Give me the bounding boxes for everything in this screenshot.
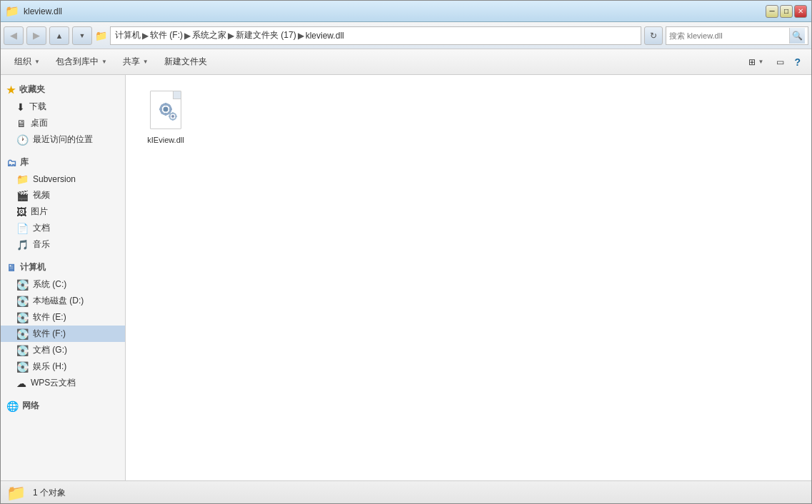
svg-rect-14 [169, 116, 171, 117]
breadcrumb-bar[interactable]: 计算机 ▶ 软件 (F:) ▶ 系统之家 ▶ 新建文件夹 (17) ▶ klev… [110, 26, 641, 45]
include-in-library-label: 包含到库中 [56, 56, 99, 68]
toolbar: 组织 ▼ 包含到库中 ▼ 共享 ▼ 新建文件夹 ⊞ ▼ ▭ ? [1, 49, 811, 75]
breadcrumb-part-2: 软件 (F:) [150, 29, 183, 41]
svg-rect-2 [165, 103, 167, 106]
details-pane-button[interactable]: ▭ [771, 52, 789, 72]
sidebar-item-subversion[interactable]: 📁 Subversion [1, 171, 125, 187]
help-icon: ? [794, 56, 801, 68]
subversion-icon: 📁 [16, 173, 29, 185]
sidebar-item-c-drive[interactable]: 💽 系统 (C:) [1, 276, 125, 293]
favorites-label: 收藏夹 [19, 84, 45, 96]
share-label: 共享 [123, 56, 140, 68]
svg-point-1 [164, 107, 169, 112]
svg-rect-13 [172, 119, 174, 121]
sidebar-item-d-drive[interactable]: 💽 本地磁盘 (D:) [1, 293, 125, 309]
title-label: kleview.dll [24, 6, 62, 16]
maximize-button[interactable]: □ [780, 5, 793, 18]
file-item-kieview-dll[interactable]: kIEview.dll [137, 86, 194, 148]
file-grid: kIEview.dll [137, 86, 800, 148]
up-button[interactable]: ▲ [49, 26, 69, 45]
view-button[interactable]: ⊞ ▼ [741, 52, 772, 72]
sidebar-item-f-drive[interactable]: 💽 软件 (F:) [1, 326, 125, 342]
new-folder-button[interactable]: 新建文件夹 [156, 52, 215, 72]
folder-icon: 📁 [5, 4, 19, 18]
dropdown-arrow-button[interactable]: ▼ [72, 26, 92, 45]
address-bar: ◀ ▶ ▲ ▼ 📁 计算机 ▶ 软件 (F:) ▶ 系统之家 ▶ 新建文件夹 (… [1, 22, 811, 49]
sidebar: ★ 收藏夹 ⬇ 下载 🖥 桌面 🕐 最近访问的位置 🗂 库 📁 Subversi… [1, 75, 126, 480]
network-icon: 🌐 [6, 400, 19, 412]
svg-rect-3 [165, 113, 167, 116]
status-folder-icon: 📁 [6, 484, 26, 503]
sidebar-sep-3 [1, 391, 125, 397]
share-arrow-icon: ▼ [143, 59, 149, 65]
d-drive-icon: 💽 [16, 296, 29, 307]
wps-cloud-label: WPS云文档 [31, 377, 76, 389]
video-icon: 🎬 [16, 190, 29, 201]
status-bar: 📁 1 个对象 [1, 480, 811, 504]
close-button[interactable]: ✕ [794, 5, 807, 18]
sidebar-favorites-header[interactable]: ★ 收藏夹 [1, 81, 125, 99]
subversion-label: Subversion [33, 174, 76, 184]
search-button[interactable]: 🔍 [789, 28, 805, 44]
recent-icon: 🕐 [16, 134, 29, 146]
e-drive-label: 软件 (E:) [33, 311, 66, 323]
sidebar-item-pictures[interactable]: 🖼 图片 [1, 203, 125, 220]
sidebar-item-wps-cloud[interactable]: ☁ WPS云文档 [1, 375, 125, 391]
file-area: kIEview.dll [126, 75, 811, 480]
title-bar-controls: ─ □ ✕ [766, 5, 807, 18]
details-pane-icon: ▭ [776, 57, 784, 67]
desktop-icon: 🖥 [16, 118, 26, 129]
title-bar: 📁 kleview.dll ─ □ ✕ [1, 1, 811, 22]
sidebar-item-g-drive[interactable]: 💽 文档 (G:) [1, 342, 125, 358]
d-drive-label: 本地磁盘 (D:) [33, 295, 84, 307]
breadcrumb-sep-1: ▶ [142, 31, 149, 41]
download-label: 下载 [29, 101, 46, 113]
pictures-label: 图片 [31, 206, 48, 218]
sidebar-item-recent[interactable]: 🕐 最近访问的位置 [1, 131, 125, 148]
desktop-label: 桌面 [31, 117, 48, 129]
sidebar-item-h-drive[interactable]: 💽 娱乐 (H:) [1, 358, 125, 375]
sidebar-item-music[interactable]: 🎵 音乐 [1, 236, 125, 253]
organize-label: 组织 [14, 56, 31, 68]
sidebar-item-desktop[interactable]: 🖥 桌面 [1, 115, 125, 131]
sidebar-item-video[interactable]: 🎬 视频 [1, 187, 125, 203]
h-drive-icon: 💽 [16, 361, 29, 373]
c-drive-label: 系统 (C:) [33, 278, 66, 291]
organize-arrow-icon: ▼ [34, 59, 40, 65]
download-icon: ⬇ [16, 101, 25, 113]
f-drive-label: 软件 (F:) [33, 328, 66, 340]
refresh-button[interactable]: ↻ [644, 26, 663, 45]
breadcrumb-sep-3: ▶ [228, 31, 234, 41]
documents-icon: 📄 [16, 223, 29, 234]
recent-label: 最近访问的位置 [33, 133, 93, 146]
share-button[interactable]: 共享 ▼ [115, 52, 156, 72]
sidebar-item-download[interactable]: ⬇ 下载 [1, 99, 125, 115]
sidebar-item-e-drive[interactable]: 💽 软件 (E:) [1, 309, 125, 326]
sidebar-network-header[interactable]: 🌐 网络 [1, 397, 125, 415]
breadcrumb-sep-2: ▶ [184, 31, 191, 41]
network-label: 网络 [22, 400, 39, 412]
new-folder-label: 新建文件夹 [164, 56, 207, 68]
include-arrow-icon: ▼ [101, 59, 107, 65]
dll-file-icon [147, 91, 184, 133]
search-input[interactable] [669, 31, 788, 40]
sidebar-sep-2 [1, 253, 125, 258]
library-label: 库 [20, 156, 29, 168]
forward-button[interactable]: ▶ [26, 26, 46, 45]
sidebar-computer-header[interactable]: 🖥 计算机 [1, 258, 125, 276]
organize-button[interactable]: 组织 ▼ [6, 52, 48, 72]
wps-cloud-icon: ☁ [16, 378, 26, 389]
include-in-library-button[interactable]: 包含到库中 ▼ [48, 52, 115, 72]
help-button[interactable]: ? [789, 52, 806, 72]
sidebar-library-header[interactable]: 🗂 库 [1, 153, 125, 171]
breadcrumb-part-4: 新建文件夹 (17) [236, 29, 296, 41]
svg-point-11 [171, 115, 174, 118]
g-drive-icon: 💽 [16, 345, 29, 356]
svg-rect-12 [172, 112, 174, 114]
computer-label: 计算机 [20, 261, 46, 273]
f-drive-icon: 💽 [16, 328, 29, 340]
sidebar-item-documents[interactable]: 📄 文档 [1, 220, 125, 236]
video-label: 视频 [33, 189, 50, 201]
back-button[interactable]: ◀ [4, 26, 24, 45]
minimize-button[interactable]: ─ [766, 5, 778, 18]
